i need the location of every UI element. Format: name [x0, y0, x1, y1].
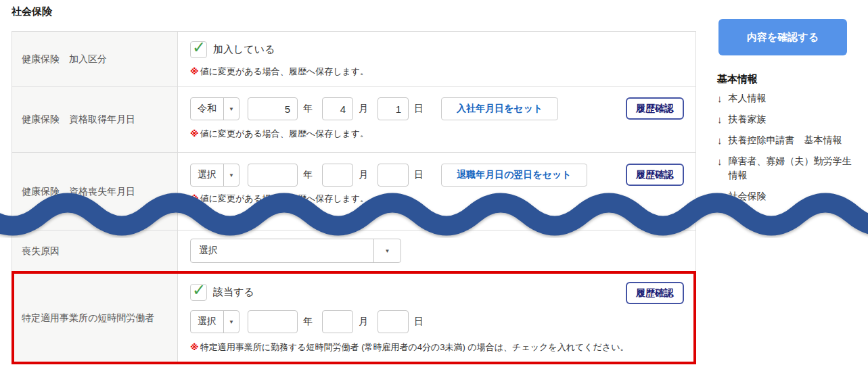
down-arrow-icon: ↓	[717, 112, 723, 126]
check-icon: ✓	[192, 39, 206, 55]
set-hire-date-button[interactable]: 入社年月日をセット	[441, 97, 558, 120]
row-content: 選択 ▼	[178, 230, 695, 271]
dropdown-arrow-icon: ▼	[223, 311, 239, 333]
era-select-value: 選択	[191, 164, 223, 186]
down-arrow-icon: ↓	[717, 133, 723, 147]
note-text: 値に変更がある場合、履歴へ保存します。	[200, 66, 369, 76]
sidebar-item-fuyo-kojo-shinseisho[interactable]: ↓ 扶養控除申請書 基本情報	[717, 133, 858, 147]
day-input[interactable]	[378, 97, 409, 120]
era-select[interactable]: 令和 ▼	[190, 97, 239, 120]
sidebar-item-fuyo-kazoku[interactable]: ↓ 扶養家族	[717, 112, 858, 126]
era-select[interactable]: 選択 ▼	[190, 310, 239, 333]
sidebar-heading: 基本情報	[717, 73, 758, 86]
enrolled-checkbox-label: 加入している	[213, 43, 275, 56]
sidebar-item-shogaisha-kafu[interactable]: ↓ 障害者、寡婦（夫）勤労学生情報	[717, 154, 858, 182]
sidebar-item-label: 社会保険	[729, 189, 767, 203]
dropdown-arrow-icon: ▼	[373, 239, 401, 262]
month-input[interactable]	[322, 310, 353, 333]
page-title: 社会保険	[12, 5, 52, 18]
year-input[interactable]	[248, 97, 298, 120]
dropdown-arrow-icon: ▼	[223, 164, 239, 186]
history-check-button[interactable]: 履歴確認	[626, 164, 684, 186]
sidebar-item-label: 扶養家族	[729, 112, 767, 126]
month-input[interactable]	[322, 164, 353, 187]
era-select-value: 選択	[191, 311, 223, 333]
sidebar-item-label: 扶養控除申請書 基本情報	[729, 133, 842, 147]
row-qualification-lost-date: 健康保険 資格喪失年月日 選択 ▼ 年 月 日 退職年月日の翌日をセット 履歴確…	[12, 153, 695, 230]
month-unit-label: 月	[359, 316, 368, 328]
social-insurance-table: 健康保険 加入区分 ✓ 加入している ※値に変更がある場合、履歴へ保存します。 …	[12, 31, 696, 364]
era-select[interactable]: 選択 ▼	[190, 164, 239, 187]
day-input[interactable]	[378, 310, 409, 333]
row-label: 健康保険 資格喪失年月日	[12, 153, 178, 230]
enrolled-checkbox[interactable]: ✓	[190, 41, 207, 58]
note-mark: ※	[190, 128, 199, 139]
set-retirement-next-day-button[interactable]: 退職年月日の翌日をセット	[441, 164, 587, 187]
note-mark: ※	[190, 66, 199, 76]
down-arrow-icon: ↓	[717, 189, 723, 203]
row-loss-reason: 喪失原因 選択 ▼	[12, 230, 695, 272]
sidebar-item-label: 本人情報	[729, 91, 767, 105]
year-unit-label: 年	[303, 316, 313, 328]
applicable-checkbox-label: 該当する	[213, 286, 254, 299]
row-label: 健康保険 加入区分	[12, 32, 178, 86]
loss-reason-select[interactable]: 選択 ▼	[190, 239, 401, 263]
history-check-button[interactable]: 履歴確認	[626, 97, 684, 120]
down-arrow-icon: ↓	[717, 154, 723, 182]
day-unit-label: 日	[414, 169, 424, 181]
sidebar-item-shakai-hoken[interactable]: ↓ 社会保険	[717, 189, 858, 203]
check-icon: ✓	[192, 282, 206, 298]
social-insurance-form-page: 社会保険 健康保険 加入区分 ✓ 加入している ※値に変更がある場合、履歴へ保存…	[0, 0, 868, 365]
row-label: 喪失原因	[12, 230, 178, 271]
dropdown-arrow-icon: ▼	[223, 98, 239, 120]
sidebar-nav: ↓ 本人情報 ↓ 扶養家族 ↓ 扶養控除申請書 基本情報 ↓ 障害者、寡婦（夫）…	[717, 91, 858, 210]
row-content: 選択 ▼ 年 月 日 退職年月日の翌日をセット 履歴確認 ※値に変更がある場合、…	[178, 153, 695, 230]
confirm-content-button[interactable]: 内容を確認する	[718, 19, 847, 55]
down-arrow-icon: ↓	[717, 91, 723, 105]
day-unit-label: 日	[414, 316, 424, 328]
row-content: ✓ 該当する 履歴確認 選択 ▼ 年 月 日 ※特定適用事業所に勤務する短時	[178, 272, 695, 364]
row-health-insurance-enrollment: 健康保険 加入区分 ✓ 加入している ※値に変更がある場合、履歴へ保存します。	[12, 32, 695, 87]
note-text: 値に変更がある場合、履歴へ保存します。	[200, 193, 369, 203]
short-time-worker-note: ※特定適用事業所に勤務する短時間労働者 (常時雇用者の4分の3未満) の場合は、…	[190, 341, 683, 354]
month-input[interactable]	[322, 97, 353, 120]
year-input[interactable]	[248, 310, 298, 333]
note-mark: ※	[190, 193, 199, 203]
year-input[interactable]	[248, 164, 298, 187]
history-save-note: ※値に変更がある場合、履歴へ保存します。	[190, 193, 683, 205]
row-content: 令和 ▼ 年 月 日 入社年月日をセット 履歴確認 ※値に変更がある場合、履歴へ…	[178, 87, 695, 152]
sidebar-item-honnin-joho[interactable]: ↓ 本人情報	[717, 91, 858, 105]
history-save-note: ※値に変更がある場合、履歴へ保存します。	[190, 66, 683, 78]
row-qualification-acquired-date: 健康保険 資格取得年月日 令和 ▼ 年 月 日 入社年月日をセット 履歴確認 ※	[12, 87, 695, 153]
row-label: 健康保険 資格取得年月日	[12, 87, 178, 152]
day-input[interactable]	[378, 164, 409, 187]
note-text: 値に変更がある場合、履歴へ保存します。	[200, 128, 369, 139]
loss-reason-select-value: 選択	[191, 239, 373, 262]
history-save-note: ※値に変更がある場合、履歴へ保存します。	[190, 128, 683, 140]
applicable-checkbox[interactable]: ✓	[190, 284, 207, 301]
note-mark: ※	[190, 342, 199, 352]
month-unit-label: 月	[359, 169, 368, 181]
era-select-value: 令和	[191, 98, 223, 120]
year-unit-label: 年	[303, 103, 313, 115]
month-unit-label: 月	[359, 103, 368, 115]
row-content: ✓ 加入している ※値に変更がある場合、履歴へ保存します。	[178, 32, 695, 86]
row-label: 特定適用事業所の短時間労働者	[12, 272, 178, 364]
row-short-time-worker: 特定適用事業所の短時間労働者 ✓ 該当する 履歴確認 選択 ▼ 年 月	[12, 272, 695, 364]
sidebar-item-label: 障害者、寡婦（夫）勤労学生情報	[729, 154, 859, 182]
year-unit-label: 年	[303, 169, 313, 181]
day-unit-label: 日	[414, 103, 424, 115]
note-text: 特定適用事業所に勤務する短時間労働者 (常時雇用者の4分の3未満) の場合は、チ…	[200, 342, 629, 352]
history-check-button[interactable]: 履歴確認	[626, 282, 684, 304]
